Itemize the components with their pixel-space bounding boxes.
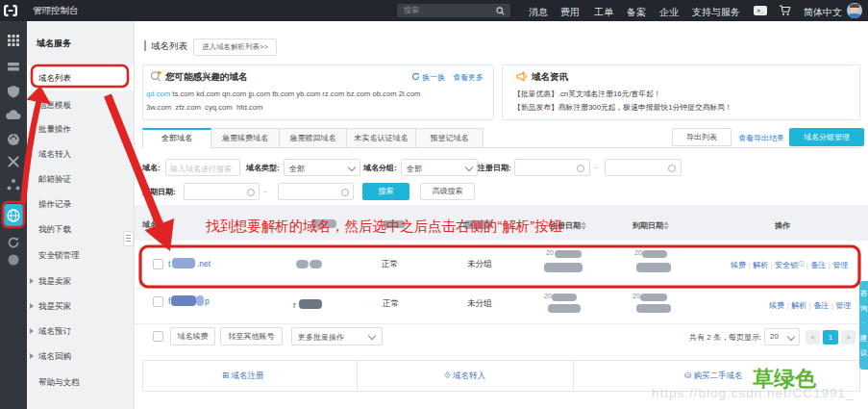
svg-text:找到想要解析的域名，然后选中之后点击右侧的“解析”按钮: 找到想要解析的域名，然后选中之后点击右侧的“解析”按钮 xyxy=(206,218,562,234)
